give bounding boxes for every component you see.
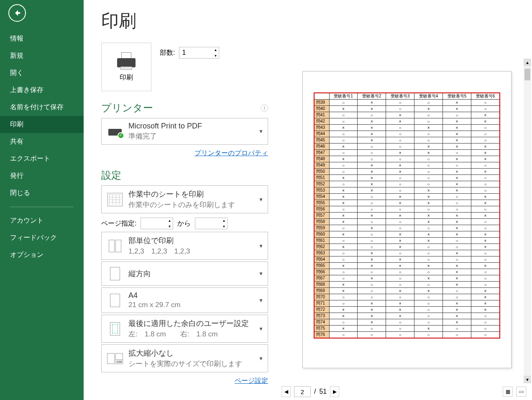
sheet-icon bbox=[107, 193, 123, 206]
sidebar-item-共有[interactable]: 共有 bbox=[0, 133, 84, 150]
page-range-to-label: から bbox=[177, 219, 191, 228]
sidebar-item-名前を付けて保存[interactable]: 名前を付けて保存 bbox=[0, 99, 84, 116]
chevron-down-icon: ▼ bbox=[258, 297, 263, 303]
margin-desc: 左: 1.8 cm 右: 1.8 cm bbox=[128, 329, 254, 339]
page-from-spinbox[interactable]: ▲▼ bbox=[141, 218, 173, 229]
scroll-thumb[interactable] bbox=[524, 69, 530, 80]
sidebar-item-上書き保存[interactable]: 上書き保存 bbox=[0, 82, 84, 99]
copies-down[interactable]: ▼ bbox=[212, 53, 219, 59]
sidebar-footer-フィードバック[interactable]: フィードバック bbox=[0, 229, 84, 246]
printer-icon bbox=[115, 52, 138, 70]
chevron-down-icon: ▼ bbox=[258, 271, 263, 277]
scale-icon bbox=[107, 353, 123, 364]
print-preview: 受験番号1受験番号2受験番号3受験番号4受験番号5受験番号6問39○×○○×○問… bbox=[274, 0, 532, 400]
print-settings-panel: 印刷 印刷 部数: ▲▼ プリンター i Micros bbox=[84, 0, 274, 400]
page-sep: / bbox=[314, 388, 316, 395]
printer-properties-link[interactable]: プリンターのプロパティ bbox=[194, 149, 268, 156]
page-setup-link[interactable]: ページ設定 bbox=[235, 377, 268, 384]
sidebar-item-情報[interactable]: 情報 bbox=[0, 30, 84, 47]
main-area: 印刷 印刷 部数: ▲▼ プリンター i Micros bbox=[84, 0, 532, 400]
preview-table: 受験番号1受験番号2受験番号3受験番号4受験番号5受験番号6問39○×○○×○問… bbox=[314, 92, 500, 338]
margin-title: 最後に適用した余白のユーザー設定 bbox=[128, 318, 254, 328]
printer-status-icon bbox=[107, 125, 123, 138]
chevron-down-icon: ▼ bbox=[258, 243, 263, 249]
sidebar-separator bbox=[10, 207, 74, 207]
show-margins-button[interactable]: ▦ bbox=[503, 387, 513, 397]
back-button[interactable] bbox=[8, 4, 26, 22]
printer-heading: プリンター bbox=[101, 101, 153, 115]
page-range-label: ページ指定: bbox=[101, 219, 136, 228]
paper-icon bbox=[110, 294, 120, 307]
copies-input[interactable] bbox=[179, 47, 212, 58]
sidebar-item-印刷[interactable]: 印刷 bbox=[0, 116, 84, 133]
print-button[interactable]: 印刷 bbox=[101, 43, 151, 91]
scope-title: 作業中のシートを印刷 bbox=[128, 189, 254, 199]
prev-page-button[interactable]: ◀ bbox=[281, 386, 291, 397]
portrait-icon bbox=[110, 267, 120, 280]
scroll-down-button[interactable]: ▼ bbox=[524, 376, 531, 383]
chevron-down-icon: ▼ bbox=[258, 326, 263, 332]
scale-desc: シートを実際のサイズで印刷します bbox=[128, 359, 254, 369]
scaling-dropdown[interactable]: 拡大縮小なし シートを実際のサイズで印刷します ▼ bbox=[101, 344, 268, 372]
printer-status: 準備完了 bbox=[128, 131, 254, 141]
sidebar-item-開く[interactable]: 開く bbox=[0, 64, 84, 82]
sidebar-footer-アカウント[interactable]: アカウント bbox=[0, 212, 84, 229]
preview-scrollbar[interactable]: ▲ ▼ bbox=[524, 59, 531, 383]
page-to-input[interactable] bbox=[195, 218, 220, 229]
margins-icon bbox=[110, 322, 120, 336]
sidebar-item-新規[interactable]: 新規 bbox=[0, 47, 84, 64]
page-to-spinbox[interactable]: ▲▼ bbox=[195, 218, 228, 229]
current-page-input[interactable] bbox=[294, 386, 311, 397]
margins-dropdown[interactable]: 最後に適用した余白のユーザー設定 左: 1.8 cm 右: 1.8 cm ▼ bbox=[101, 315, 268, 343]
sidebar-item-発行[interactable]: 発行 bbox=[0, 167, 84, 185]
chevron-down-icon: ▼ bbox=[258, 356, 263, 362]
preview-nav-bar: ◀ / 51 ▶ ▦ ▭ bbox=[281, 385, 526, 398]
scroll-up-button[interactable]: ▲ bbox=[524, 59, 531, 66]
paper-title: A4 bbox=[128, 291, 254, 300]
collate-icon bbox=[109, 240, 121, 252]
printer-dropdown[interactable]: Microsoft Print to PDF 準備完了 ▼ bbox=[101, 118, 268, 145]
copies-label: 部数: bbox=[160, 49, 175, 57]
paper-desc: 21 cm x 29.7 cm bbox=[128, 301, 254, 309]
print-button-label: 印刷 bbox=[120, 73, 133, 82]
backstage-sidebar: 情報新規開く上書き保存名前を付けて保存印刷共有エクスポート発行閉じる アカウント… bbox=[0, 0, 84, 400]
settings-heading: 設定 bbox=[101, 169, 121, 182]
next-page-button[interactable]: ▶ bbox=[330, 386, 339, 397]
collate-dropdown[interactable]: 部単位で印刷 1,2,3 1,2,3 1,2,3 ▼ bbox=[101, 232, 268, 260]
page-from-input[interactable] bbox=[141, 218, 166, 229]
printer-name: Microsoft Print to PDF bbox=[128, 122, 254, 131]
preview-page: 受験番号1受験番号2受験番号3受験番号4受験番号5受験番号6問39○×○○×○問… bbox=[302, 71, 512, 368]
sidebar-item-エクスポート[interactable]: エクスポート bbox=[0, 150, 84, 167]
orientation-dropdown[interactable]: 縦方向 ▼ bbox=[101, 262, 268, 286]
collate-desc: 1,2,3 1,2,3 1,2,3 bbox=[128, 246, 254, 256]
total-pages: 51 bbox=[319, 388, 327, 395]
chevron-down-icon: ▼ bbox=[258, 128, 263, 134]
zoom-to-page-button[interactable]: ▭ bbox=[516, 387, 526, 397]
scope-desc: 作業中のシートのみを印刷します bbox=[128, 200, 254, 210]
print-scope-dropdown[interactable]: 作業中のシートを印刷 作業中のシートのみを印刷します ▼ bbox=[101, 185, 268, 213]
page-title: 印刷 bbox=[101, 9, 268, 33]
orient-title: 縦方向 bbox=[128, 269, 254, 279]
copies-up[interactable]: ▲ bbox=[212, 47, 219, 53]
paper-size-dropdown[interactable]: A4 21 cm x 29.7 cm ▼ bbox=[101, 287, 268, 313]
info-icon[interactable]: i bbox=[261, 104, 268, 112]
chevron-down-icon: ▼ bbox=[258, 197, 263, 203]
sidebar-footer-オプション[interactable]: オプション bbox=[0, 246, 84, 264]
back-arrow-icon bbox=[13, 9, 21, 17]
scale-title: 拡大縮小なし bbox=[128, 348, 254, 358]
copies-spinbox[interactable]: ▲▼ bbox=[179, 47, 219, 59]
collate-title: 部単位で印刷 bbox=[128, 236, 254, 246]
sidebar-item-閉じる[interactable]: 閉じる bbox=[0, 185, 84, 202]
